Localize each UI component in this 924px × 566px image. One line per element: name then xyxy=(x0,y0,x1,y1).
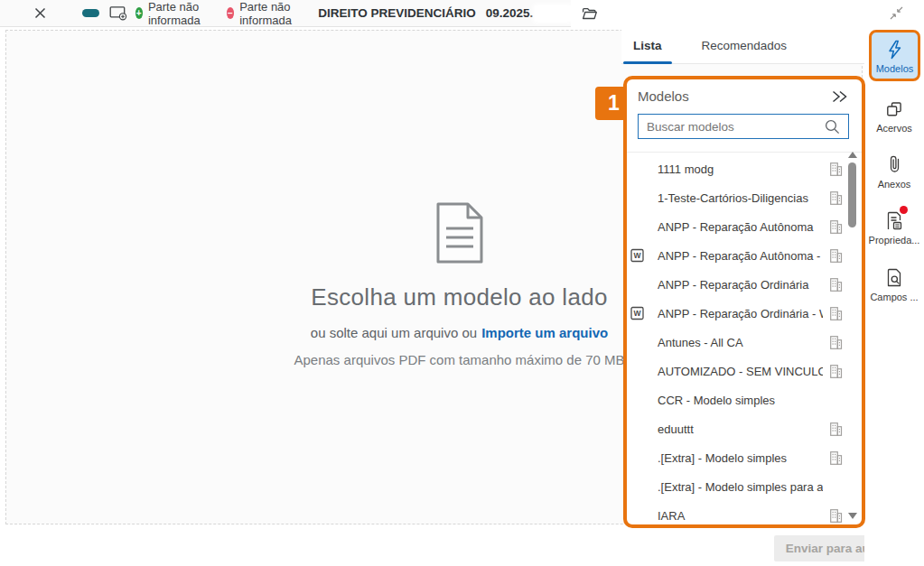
lightning-icon xyxy=(885,40,904,60)
toolbar-item-proprieda[interactable]: Proprieda... xyxy=(866,209,922,246)
tab-label: Recomendados xyxy=(702,39,788,52)
search-icon[interactable] xyxy=(825,119,840,135)
model-list-item[interactable]: W ANPP - Reparação Autônoma xyxy=(627,212,862,241)
organization-icon xyxy=(828,364,844,379)
model-name: ANPP - Reparação Ordinária - W... xyxy=(658,307,823,320)
word-icon-slot: W xyxy=(630,219,658,234)
model-name: IARA xyxy=(658,509,823,523)
model-name: eduuttt xyxy=(658,422,823,436)
tab-label: Lista xyxy=(633,39,662,52)
models-panel-header: Modelos xyxy=(627,79,862,110)
scroll-up-arrow[interactable] xyxy=(848,152,857,158)
party-status-badge: − Parte não informada xyxy=(227,0,308,27)
toolbar-item-icon-wrap xyxy=(886,266,903,288)
tab-recomendados[interactable]: Recomendados xyxy=(692,27,798,63)
organization-icon xyxy=(828,508,844,524)
document-search-icon xyxy=(886,267,903,288)
organization-icon xyxy=(828,422,844,437)
topbar-badges: + Parte não informada − Parte não inform… xyxy=(135,0,319,27)
model-list-item[interactable]: W .[Extra] - Modelo simples xyxy=(627,443,862,472)
divider xyxy=(627,152,862,153)
toolbar-item-label: Modelos xyxy=(876,63,914,74)
models-panel: Modelos W 1111 modg xyxy=(623,76,865,528)
model-list-item[interactable]: W .[Extra] - Modelo simples para arquiv.… xyxy=(627,472,862,501)
word-icon-slot: W xyxy=(630,335,658,349)
collapse-panel-icon[interactable] xyxy=(889,5,904,21)
status-pill xyxy=(82,9,99,17)
model-name: 1-Teste-Cartórios-Diligencias xyxy=(658,191,823,205)
model-list-item[interactable]: W 1-Teste-Cartórios-Diligencias xyxy=(627,183,862,212)
organization-icon xyxy=(828,306,844,321)
model-name: ANPP - Reparação Autônoma - ... xyxy=(658,249,823,263)
word-icon-slot: W xyxy=(630,422,658,436)
toolbar-item-icon-wrap xyxy=(884,209,904,231)
model-name: CCR - Modelo simples xyxy=(658,394,823,407)
party-status-icon: − xyxy=(227,7,234,19)
scrollbar-thumb[interactable] xyxy=(848,162,856,227)
search-models-input[interactable] xyxy=(639,120,825,134)
model-list-item[interactable]: W ANPP - Reparação Ordinária xyxy=(627,270,862,299)
model-name: ANPP - Reparação Ordinária xyxy=(658,278,823,292)
svg-text:W: W xyxy=(633,309,641,318)
models-panel-title: Modelos xyxy=(638,88,689,104)
word-icon-slot: W xyxy=(630,393,658,407)
model-name: Antunes - All CA xyxy=(658,336,823,349)
toolbar-item-label: Anexos xyxy=(878,179,911,190)
toolbar-item-acervos[interactable]: Acervos xyxy=(866,97,922,134)
model-list-item[interactable]: W ANPP - Reparação Autônoma - ... xyxy=(627,241,862,270)
word-icon-slot: W xyxy=(630,248,658,263)
word-icon-slot: W xyxy=(630,450,658,465)
footer-bar: Enviar para autos xyxy=(0,525,924,566)
panel-tabs: Lista Recomendados xyxy=(621,27,865,64)
model-list-item[interactable]: W 1111 modg xyxy=(627,154,862,183)
badge-glyph: + xyxy=(136,9,142,18)
toolbar-item-anexos[interactable]: Anexos xyxy=(866,153,922,190)
paperclip-icon xyxy=(889,154,901,175)
word-icon-slot: W xyxy=(630,277,658,292)
close-icon[interactable] xyxy=(34,7,46,19)
word-document-icon: W xyxy=(630,248,644,263)
monitor-plus-icon[interactable] xyxy=(109,5,127,21)
word-document-icon: W xyxy=(630,306,644,320)
word-icon-slot: W xyxy=(630,508,658,523)
case-area-label: DIREITO PREVIDENCIÁRIO xyxy=(318,6,476,20)
case-header-bar: + Parte não informada − Parte não inform… xyxy=(0,0,571,27)
model-name: .[Extra] - Modelo simples xyxy=(658,451,823,465)
toolbar-item-label: Campos ... xyxy=(870,292,918,302)
organization-icon xyxy=(828,277,844,292)
model-name: ANPP - Reparação Autônoma xyxy=(658,220,823,234)
open-folder-icon[interactable] xyxy=(581,6,598,21)
model-list-item[interactable]: W IARA xyxy=(627,501,862,530)
collections-icon xyxy=(884,99,904,119)
double-chevron-right-icon[interactable] xyxy=(830,89,849,104)
party-status-badge: + Parte não informada xyxy=(135,0,217,27)
word-icon-slot: W xyxy=(630,364,658,378)
scrollbar[interactable] xyxy=(846,150,859,521)
organization-icon xyxy=(828,219,844,235)
word-icon-slot: W xyxy=(630,190,658,205)
toolbar-item-modelos[interactable]: Modelos xyxy=(869,30,920,81)
document-icon xyxy=(431,201,489,264)
model-list: W 1111 modg W 1-Teste-Cartórios- xyxy=(627,154,862,530)
model-list-item[interactable]: W ANPP - Reparação Ordinária - W... xyxy=(627,299,862,328)
tab-lista[interactable]: Lista xyxy=(623,27,672,63)
model-list-item[interactable]: W Antunes - All CA xyxy=(627,328,862,357)
toolbar-item-label: Acervos xyxy=(876,123,912,134)
toolbar-item-campos[interactable]: Campos ... xyxy=(866,266,922,302)
model-name: AUTOMIZADO - SEM VINCULO ... xyxy=(658,365,823,378)
model-list-item[interactable]: W AUTOMIZADO - SEM VINCULO ... xyxy=(627,357,862,385)
search-models-box xyxy=(638,114,849,139)
import-file-link[interactable]: Importe um arquivo xyxy=(481,325,608,340)
word-icon-slot: W xyxy=(630,162,658,176)
toolbar-item-icon-wrap xyxy=(889,153,901,175)
word-icon-slot: W xyxy=(630,306,658,320)
scroll-down-arrow[interactable] xyxy=(848,513,857,519)
model-name: .[Extra] - Modelo simples para arquiv... xyxy=(658,480,823,494)
notification-dot xyxy=(900,206,908,214)
party-status-icon: + xyxy=(135,7,143,19)
model-list-item[interactable]: W CCR - Modelo simples xyxy=(627,385,862,414)
redacted-case-number xyxy=(535,5,571,22)
case-number: 09.2025. xyxy=(486,6,534,20)
model-list-item[interactable]: W eduuttt xyxy=(627,414,862,443)
organization-icon xyxy=(828,162,844,177)
